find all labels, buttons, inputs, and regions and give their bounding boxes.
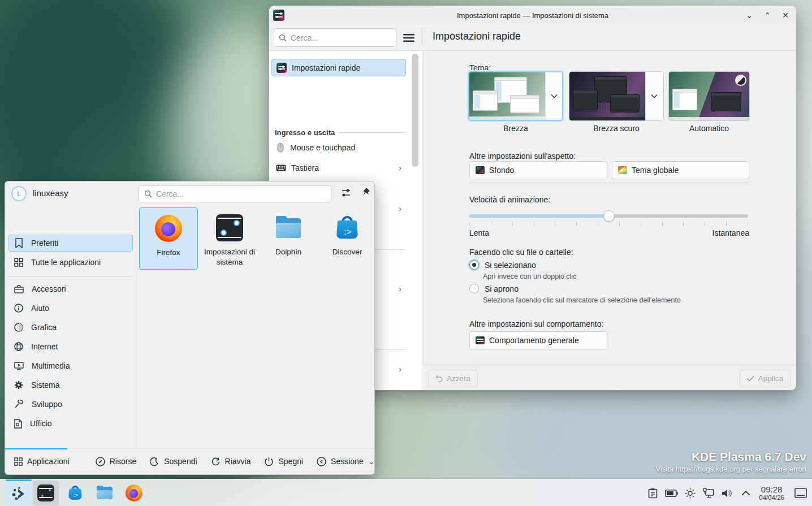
theme-brezza-dropdown-button[interactable] [545,72,562,120]
expand-tray-chevron-up-icon[interactable] [739,486,753,500]
network-icon[interactable] [702,486,715,500]
hamburger-menu-icon[interactable] [401,31,416,45]
app-tile-impostazioni-di-sistema[interactable]: Impostazioni di sistema [200,207,259,270]
category-label: Tutte le applicazioni [31,258,101,267]
radio-unselected-icon[interactable] [469,284,479,293]
sfondo-button[interactable]: Sfondo [469,161,607,179]
category-multimedia[interactable]: Multimedia [8,357,133,374]
battery-icon[interactable] [664,486,678,500]
radio-selected-icon[interactable] [469,260,479,270]
comportamento-generale-button[interactable]: Comportamento generale [469,331,607,349]
button-label: Applica [758,374,783,383]
tema-globale-button[interactable]: Tema globale [612,161,749,179]
clipboard-icon[interactable] [646,486,659,500]
global-theme-icon [618,166,627,174]
app-tile-firefox[interactable]: Firefox [139,207,198,270]
category-sviluppo[interactable]: Sviluppo [8,396,133,413]
app-label: Firefox [157,248,180,258]
action-label: Riavvia [225,457,251,466]
system-tray: 09:28 04/04/26 [646,479,812,506]
taskbar-system-settings-button[interactable] [33,481,59,505]
close-icon[interactable]: ✕ [780,11,791,20]
radio-label: Si selezionano [485,261,536,270]
chevron-down-icon: ⌄ [368,457,375,466]
settings-search-input[interactable] [291,33,391,42]
theme-preview-brezza-scuro [569,72,645,120]
chevron-right-icon: › [399,365,401,374]
minimize-icon[interactable]: ⌄ [744,11,754,20]
category-grafica[interactable]: Grafica [8,319,133,336]
taskbar-dolphin-button[interactable] [92,481,118,505]
sidebar-item-label: Impostazioni rapide [292,63,360,72]
quick-settings-page: Tema: [423,51,796,365]
search-icon [279,34,287,42]
theme-card-automatico[interactable] [668,71,750,121]
session-button[interactable]: Sessione ⌄ [310,457,375,466]
category-aiuto[interactable]: Aiuto [8,300,133,317]
category-internet[interactable]: Internet [8,338,133,355]
suspend-button[interactable]: z Sospendi [143,457,204,466]
app-tile-discover[interactable]: :> Discover [318,207,375,270]
apply-button[interactable]: Applica [740,370,791,387]
app-tile-dolphin[interactable]: Dolphin [259,207,318,270]
theme-brezza-scuro-dropdown-button[interactable] [645,72,662,120]
hammer-icon [14,400,24,409]
maximize-icon[interactable]: ⌃ [762,11,772,20]
click-behavior-label: Facendo clic su file o cartelle: [469,248,573,257]
category-tutte-le-applicazioni[interactable]: Tutte le applicazioni [8,254,133,271]
reset-button[interactable]: Azzera [428,370,478,387]
bookmark-icon [15,238,23,248]
compass-icon [96,457,105,466]
tab-applicazioni[interactable]: Applicazioni [5,448,76,474]
brightness-icon[interactable] [683,486,697,500]
show-desktop-button[interactable] [794,486,807,500]
general-behavior-icon [476,336,485,344]
digital-clock[interactable]: 09:28 04/04/26 [759,485,784,501]
slider-handle[interactable] [603,210,615,222]
radio-description: Apri invece con un doppio clic [483,273,576,280]
username-text: linuxeasy [33,188,68,198]
launcher-header: L linuxeasy [5,181,374,206]
svg-text:z: z [155,457,157,461]
volume-icon[interactable] [720,486,734,500]
category-preferiti[interactable]: Preferiti [8,235,133,252]
sidebar-item-tastiera[interactable]: Tastiera › [271,159,406,176]
category-accessori[interactable]: Accessori [8,280,133,297]
search-icon [144,190,152,198]
settings-titlebar[interactable]: Impostazioni rapide — Impostazioni di si… [269,6,796,25]
app-launcher-button[interactable] [6,481,32,505]
restart-button[interactable]: Riavvia [204,457,258,466]
category-ufficio[interactable]: Ufficio [8,415,133,432]
pin-icon[interactable] [360,187,372,199]
animation-speed-slider[interactable] [469,210,748,222]
chevron-right-icon: › [399,284,401,293]
category-label: Aiuto [31,304,49,313]
animation-speed-label: Velocità di animazione: [469,195,550,204]
launcher-search-field[interactable] [139,185,331,202]
sidebar-section-ingresso-e-uscita: Ingresso e uscita [275,128,406,137]
radio-si-selezionano[interactable]: Si selezionano [469,260,536,270]
sidebar-item-impostazioni-rapide[interactable]: Impostazioni rapide [271,59,406,76]
appearance-settings-label: Altre impostazioni sull'aspetto: [469,152,576,161]
taskbar-firefox-button[interactable] [121,481,147,505]
taskbar-discover-button[interactable]: :> [62,481,88,505]
sidebar-item-mouse-e-touchpad[interactable]: Mouse e touchpad [271,139,406,156]
button-label: Tema globale [632,166,679,175]
settings-search-field[interactable] [274,28,396,47]
theme-name-brezza-scuro: Brezza scuro [569,124,664,133]
theme-card-brezza-scuro[interactable] [569,71,664,121]
sidebar-scrollbar[interactable] [412,54,418,167]
tab-risorse[interactable]: Risorse [89,448,143,474]
plasma-version-text: KDE Plasma 6.7 Dev [656,450,806,464]
category-sistema[interactable]: Sistema [8,377,133,393]
theme-preview-brezza [469,72,545,120]
clock-date: 04/04/26 [759,494,784,501]
user-avatar[interactable]: L [11,186,27,201]
briefcase-icon [14,285,24,293]
action-label: Sessione [331,457,364,466]
configure-icon[interactable] [340,187,352,200]
theme-card-brezza[interactable] [468,71,563,121]
shutdown-button[interactable]: Spegni [257,457,310,466]
radio-si-aprono[interactable]: Si aprono [469,284,519,293]
launcher-search-input[interactable] [156,189,326,198]
